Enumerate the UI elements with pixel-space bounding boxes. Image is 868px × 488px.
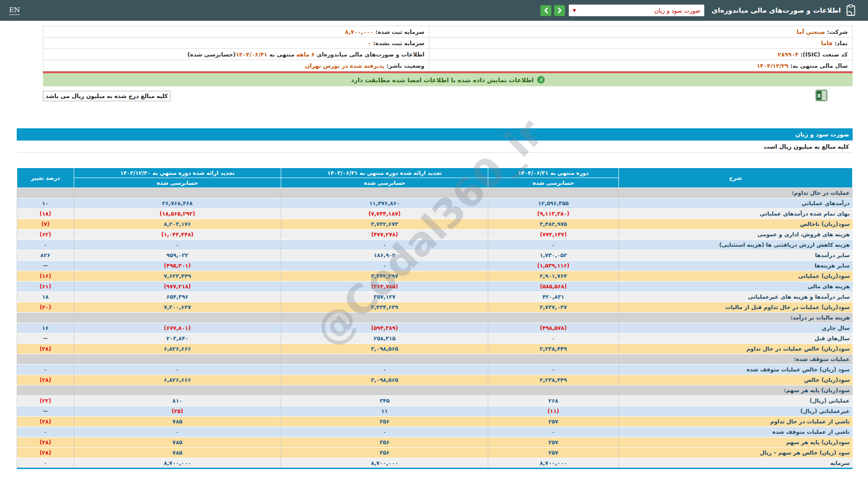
change-pct-cell: (۲۸)	[17, 448, 74, 458]
value-cell	[74, 385, 281, 396]
table-row: هزینه های فروش، اداری و عمومی(۷۷۲,۱۴۷)(۴…	[17, 230, 853, 240]
svg-text:X: X	[817, 93, 821, 99]
change-pct-cell: (۱۸)	[17, 209, 74, 219]
section-row: سود(زيان) پايه هر سهم:	[17, 385, 853, 396]
value-cell	[74, 188, 281, 198]
table-row: غيرعملياتي (ريال)(۱۱)۱۱(۲۵)--	[17, 406, 853, 417]
change-pct-cell: --	[17, 333, 74, 344]
table-row: سایر هزینه‌ها(۱,۵۳۹,۱۱۶)۰(۴۹۵,۳۰۱)--	[17, 261, 853, 271]
chevron-right-icon	[557, 7, 562, 14]
info-label: کد صنعت (ISIC):	[798, 51, 848, 58]
section-row: عملیات در حال تداوم:	[17, 188, 853, 198]
value-cell: ۳۵۷,۱۲۷	[281, 292, 488, 302]
value-cell: ۷,۶۲۳,۴۴۹	[74, 271, 281, 282]
statement-select[interactable]: صورت سود و زیان ▼	[569, 5, 704, 16]
change-pct-cell: ۰	[17, 458, 74, 469]
row-description: سایر هزینه‌ها	[618, 261, 852, 271]
change-pct-cell: ۰	[17, 240, 74, 250]
value-cell: ۳۵۶	[281, 437, 488, 448]
change-pct-cell: (۶۲)	[17, 230, 74, 240]
value-cell: ۶۵۴,۳۹۶	[74, 292, 281, 302]
table-row: سود(زيان) خالص عمليات در حال تداوم۲,۲۳۸,…	[17, 344, 853, 354]
table-row: هزینه های مالی(۵۸۵,۵۶۸)(۳۶۴,۷۸۵)(۹۷۷,۲۱۸…	[17, 282, 853, 292]
row-description: سال‌هاي قبل	[618, 333, 852, 344]
signed-info-banner: i اطلاعات نمایش داده شده با اطلاعات امضا…	[43, 73, 853, 86]
change-pct-cell: ۰	[17, 365, 74, 375]
table-row: سود(زيان) پايه هر سهم۲۵۷۳۵۶۷۸۵(۲۸)	[17, 437, 853, 448]
value-cell: ۰	[488, 427, 618, 437]
change-pct-cell: --	[17, 261, 74, 271]
change-pct-cell: ۱۶	[17, 323, 74, 333]
col-subheader-audited-3: حسابرسی شده	[74, 178, 281, 188]
section-row: عمليات متوقف شده:	[17, 354, 853, 365]
change-pct-cell: (۲۲)	[17, 396, 74, 406]
company-info-cell: سرمایه ثبت نشده: ۰	[43, 38, 429, 49]
income-statement-table: شرح دوره منتهي به ۱۴۰۴/۰۶/۳۱ تجدید ارائه…	[17, 168, 853, 469]
row-description: هزینه های فروش، اداری و عمومی	[618, 230, 852, 240]
report-clipboard-icon	[845, 4, 856, 17]
value-cell: ۳,۰۹۸,۵۶۵	[281, 344, 488, 354]
company-info-cell: شرکت: صنعتي آما	[429, 26, 852, 38]
info-value: پذيرفته شده در بورس تهران	[305, 62, 385, 69]
value-cell: (۲۵)	[74, 406, 281, 417]
value-cell: (۱,۰۴۳,۴۴۸)	[74, 230, 281, 240]
table-row: ناشي از عمليات متوقف شده۰۰۰۰	[17, 427, 853, 437]
value-cell: (۹۷۷,۲۱۸)	[74, 282, 281, 292]
change-pct-cell	[17, 354, 74, 365]
value-cell: (۴۷۷,۲۷۸)	[281, 230, 488, 240]
value-cell: ۱۱	[281, 406, 488, 417]
company-info-row: سال مالی منتهی به: ۱۴۰۴/۱۲/۲۹وضعیت ناشر:…	[43, 60, 853, 71]
change-pct-cell: (۱۶)	[17, 271, 74, 282]
value-cell: ۰	[281, 365, 488, 375]
company-info-table: شرکت: صنعتي آماسرمایه ثبت شده: ۸,۷۰۰,۰۰۰…	[43, 26, 853, 71]
value-cell: ۱۲,۵۹۶,۳۵۵	[488, 198, 618, 209]
row-description: عمليات متوقف شده:	[618, 354, 852, 365]
row-description: سود(زيان) خالص عمليات در حال تداوم	[618, 344, 852, 354]
value-cell: ۸,۷۰۰,۰۰۰	[488, 458, 618, 469]
value-cell: ۰	[488, 365, 618, 375]
change-pct-cell: ۰	[17, 427, 74, 437]
col-header-period-current: دوره منتهي به ۱۴۰۴/۰۶/۳۱	[488, 168, 618, 178]
prev-statement-button[interactable]	[540, 5, 552, 16]
value-cell: ۲۶۸	[488, 396, 618, 406]
col-header-desc: شرح	[618, 168, 852, 188]
row-description: سود(زيان) ناخالص	[618, 219, 852, 230]
value-cell: ۷,۳۰۰,۶۲۷	[74, 302, 281, 313]
page-title: اطلاعات و صورت‌های مالی میاندوره‌ای	[712, 6, 841, 14]
change-pct-cell: (۲۸)	[17, 417, 74, 427]
value-cell: ۳,۴۸۲,۹۷۵	[488, 219, 618, 230]
value-cell: ۱۱,۴۷۶,۸۶۰	[281, 198, 488, 209]
value-cell: ۷۸۵	[74, 448, 281, 458]
table-row: سود(زيان) عملياتی۲,۹۰۱,۷۶۴۳,۴۴۲,۲۹۷۷,۶۲۳…	[17, 271, 853, 282]
value-cell: ۲۰۳,۸۴۰	[74, 333, 281, 344]
value-cell: ۱,۷۳۰,۰۵۲	[488, 250, 618, 261]
value-cell: ۳,۴۳۴,۶۳۹	[281, 302, 488, 313]
value-cell: ۳۴۵	[281, 396, 488, 406]
table-row: سال‌هاي قبل۰۲۵۸,۳۱۵۲۰۳,۸۴۰--	[17, 333, 853, 344]
value-cell	[74, 313, 281, 323]
value-cell: ۷۸۵	[74, 417, 281, 427]
value-cell: ۰	[488, 333, 618, 344]
excel-export-icon[interactable]: X	[815, 89, 828, 104]
change-pct-cell: (۲۸)	[17, 375, 74, 385]
value-cell: (۴۹۵,۳۰۱)	[74, 261, 281, 271]
value-cell: ۰	[74, 240, 281, 250]
change-pct-cell: (۲۸)	[17, 344, 74, 354]
row-description: عملياتي (ريال)	[618, 396, 852, 406]
row-description: ناشي از عمليات متوقف شده	[618, 427, 852, 437]
change-pct-cell	[17, 385, 74, 396]
company-info-cell: کد صنعت (ISIC): ۲۸۹۹۰۴	[429, 49, 852, 60]
value-cell	[281, 313, 488, 323]
table-row: سایر درآمدها و هزینه های غیرعملیاتی۴۲۰,۸…	[17, 292, 853, 302]
company-info-cell: سرمایه ثبت شده: ۸,۷۰۰,۰۰۰	[43, 26, 429, 38]
language-toggle-en[interactable]: EN	[9, 6, 20, 15]
info-label: سرمایه ثبت شده:	[373, 28, 425, 35]
row-description: ناشي از عمليات در حال تداوم	[618, 417, 852, 427]
info-value: ۱۴۰۴/۰۶/۳۱	[236, 51, 267, 58]
next-statement-button[interactable]	[554, 5, 565, 16]
info-value: ۱۴۰۴/۱۲/۲۹	[757, 62, 788, 69]
value-cell: (۱۱)	[488, 406, 618, 417]
value-cell: (۵۹۴,۳۸۹)	[281, 323, 488, 333]
table-row: سود(زيان) خالص۲,۲۳۸,۴۴۹۳,۰۹۸,۵۶۵۶,۸۲۶,۶۶…	[17, 375, 853, 385]
row-description: سود(زيان) خالص	[618, 375, 852, 385]
